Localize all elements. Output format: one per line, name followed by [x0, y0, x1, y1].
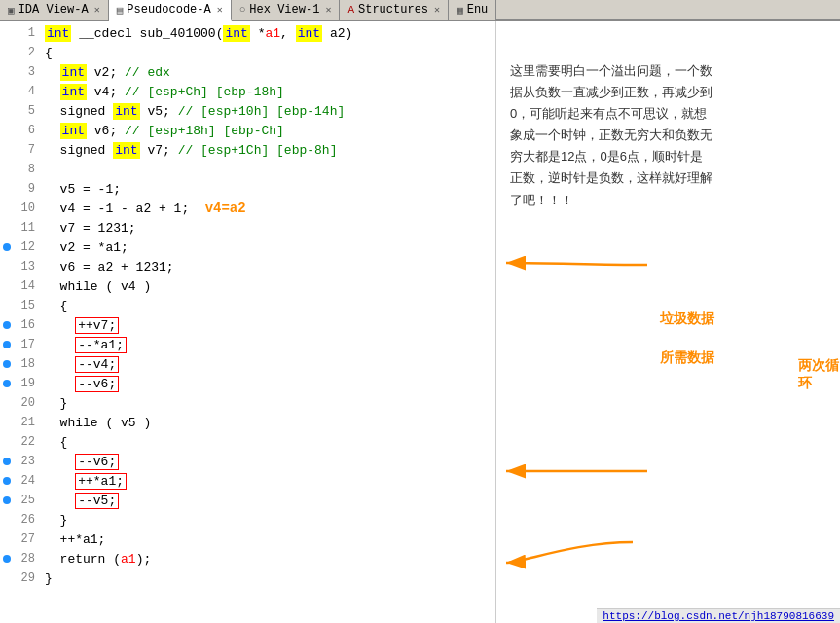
line-num-1: 1 [14, 26, 41, 40]
code-line-12: 12 v2 = *a1; [0, 238, 495, 257]
tab-close[interactable]: ✕ [434, 4, 440, 16]
code-line-18: 18 --v4; [0, 354, 495, 374]
annotation-panel: 这里需要明白一个溢出问题，一个数 据从负数一直减少到正数，再减少到 0，可能听起… [496, 21, 840, 623]
boxed-a1-inc: ++*a1; [75, 473, 127, 490]
tab-label: IDA View-A [18, 3, 89, 17]
tab-label: Enu [467, 3, 489, 17]
code-line-19: 19 --v6; [0, 374, 495, 393]
tab-icon: A [347, 4, 354, 16]
tab-label: Structures [358, 3, 428, 17]
tab-close[interactable]: ✕ [325, 4, 331, 16]
code-text: a2) [330, 26, 352, 41]
keyword-int2: int [223, 25, 249, 42]
code-line-24: 24 ++*a1; [0, 471, 495, 491]
code-line-8: 8 [0, 160, 495, 179]
code-line-17: 17 --*a1; [0, 335, 495, 354]
v4-annotation: v4=a2 [197, 201, 245, 216]
tab-icon: ▣ [8, 4, 15, 17]
code-line-16: 16 ++v7; [0, 315, 495, 335]
param-a1: a1 [265, 26, 280, 41]
tab-icon: ▤ [117, 4, 124, 17]
line-content-1: int __cdecl sub_401000( int * a1 , int a… [41, 25, 495, 42]
tab-bar: ▣ IDA View-A ✕ ▤ Pseudocode-A ✕ ○ Hex Vi… [0, 0, 840, 21]
code-text: __cdecl sub_401000( [71, 26, 223, 41]
code-line-3: 3 int v2; // edx [0, 62, 495, 82]
code-line-20: 20 } [0, 393, 495, 413]
code-line-9: 9 v5 = -1; [0, 179, 495, 199]
code-line-26: 26 } [0, 510, 495, 530]
code-line-29: 29 } [0, 568, 495, 588]
tab-ida-view[interactable]: ▣ IDA View-A ✕ [0, 0, 109, 20]
boxed-v6-dec2: --v6; [75, 454, 119, 470]
tab-pseudocode[interactable]: ▤ Pseudocode-A ✕ [109, 0, 232, 21]
boxed-a1-dec: --*a1; [75, 337, 127, 353]
tab-close[interactable]: ✕ [94, 4, 100, 16]
code-line-11: 11 v7 = 1231; [0, 218, 495, 238]
tab-enum[interactable]: ▦ Enu [449, 0, 496, 20]
code-panel: 1 int __cdecl sub_401000( int * a1 , int… [0, 21, 496, 623]
boxed-v6: --v6; [75, 376, 119, 392]
label-needed: 所需数据 [660, 349, 714, 367]
code-line-13: 13 v6 = a2 + 1231; [0, 257, 495, 276]
code-text: , [280, 26, 296, 41]
tab-icon: ▦ [457, 4, 463, 17]
status-bar[interactable]: https://blog.csdn.net/njh18790816639 [597, 608, 840, 623]
code-line-7: 7 signed int v7; // [esp+1Ch] [ebp-8h] [0, 140, 495, 160]
boxed-v7: ++v7; [75, 317, 119, 334]
code-line-1: 1 int __cdecl sub_401000( int * a1 , int… [0, 23, 495, 43]
boxed-v5: --v5; [75, 493, 119, 509]
code-line-15: 15 { [0, 296, 495, 315]
code-line-27: 27 ++*a1; [0, 530, 495, 549]
code-line-23: 23 --v6; [0, 452, 495, 471]
tab-label: Pseudocode-A [127, 3, 210, 17]
keyword-int3: int [296, 25, 322, 42]
boxed-v4: --v4; [75, 356, 119, 373]
tab-structures[interactable]: A Structures ✕ [340, 0, 449, 20]
code-line-6: 6 int v6; // [esp+18h] [ebp-Ch] [0, 121, 495, 140]
keyword-int: int [45, 25, 71, 42]
tab-close[interactable]: ✕ [217, 4, 223, 16]
code-text: * [250, 26, 266, 41]
annotation-main-text: 这里需要明白一个溢出问题，一个数 据从负数一直减少到正数，再减少到 0，可能听起… [510, 60, 826, 211]
code-line-21: 21 while ( v5 ) [0, 413, 495, 432]
code-line-25: 25 --v5; [0, 491, 495, 510]
code-line-14: 14 while ( v4 ) [0, 276, 495, 296]
code-line-28: 28 return (a1); [0, 549, 495, 568]
tab-hex-view[interactable]: ○ Hex View-1 ✕ [232, 0, 341, 20]
code-text [322, 26, 330, 41]
code-line-10: 10 v4 = -1 - a2 + 1; v4=a2 [0, 199, 495, 218]
code-line-5: 5 signed int v5; // [esp+10h] [ebp-14h] [0, 101, 495, 121]
tab-icon: ○ [239, 4, 246, 16]
label-garbage: 垃圾数据 [660, 311, 714, 328]
code-line-2: 2 { [0, 43, 495, 62]
code-line-4: 4 int v4; // [esp+Ch] [ebp-18h] [0, 82, 495, 101]
code-line-22: 22 { [0, 432, 495, 452]
tab-label: Hex View-1 [249, 3, 319, 17]
label-two-loops: 两次循环 [798, 357, 840, 392]
